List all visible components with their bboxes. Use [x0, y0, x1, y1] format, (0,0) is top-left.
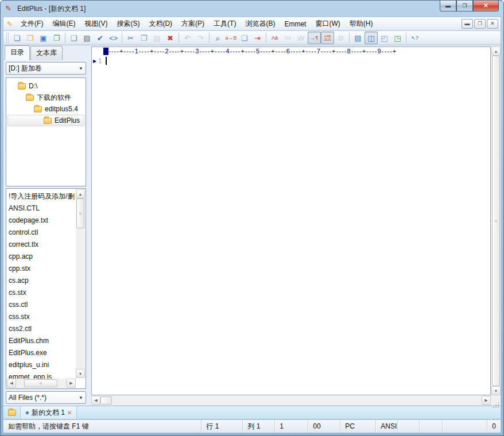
editor-hscrollbar[interactable]: ◀ ▶ — [91, 396, 491, 405]
doctab-folder-button[interactable] — [3, 406, 21, 419]
menu-file[interactable]: 文件(F) — [16, 17, 48, 30]
title-bar: ✎ EditPlus - [新的文档 1] ▬ ❐ ✕ — [1, 1, 503, 17]
vscroll-thumb[interactable]: ≡ — [492, 56, 500, 386]
scroll-right-icon[interactable]: ▶ — [67, 379, 76, 388]
file-item[interactable]: editplus_u.ini — [9, 359, 86, 371]
mdi-minimize-button[interactable]: ▬ — [462, 19, 473, 29]
menu-project[interactable]: 方案(P) — [177, 17, 209, 30]
save-icon[interactable]: ▣ — [37, 32, 50, 44]
folder-icon — [26, 95, 34, 101]
save-all-icon[interactable]: ❐ — [50, 32, 63, 44]
file-item[interactable]: correct.tlx — [9, 239, 86, 251]
file-item[interactable]: !导入注册码及添加/删 — [9, 190, 86, 203]
line-numbers-icon[interactable]: 1AB 2CD — [321, 32, 334, 44]
text-editor[interactable]: ----+----1----+----2----+----3----+----4… — [91, 46, 491, 395]
menu-document[interactable]: 文档(D) — [144, 17, 177, 30]
editplus-window: ✎ EditPlus - [新的文档 1] ▬ ❐ ✕ ✎ 文件(F)编辑(E)… — [0, 0, 504, 436]
menu-emmet[interactable]: Emmet — [280, 18, 311, 30]
file-item[interactable]: codepage.txt — [9, 215, 86, 227]
scroll-right-icon[interactable]: ▶ — [482, 396, 491, 405]
document-list-icon[interactable]: ▤ — [351, 32, 365, 44]
scroll-down-icon[interactable]: ▼ — [491, 386, 501, 395]
file-list-hscrollbar[interactable]: ◀ ≡ ▶ — [7, 379, 76, 388]
doctab-new-document-1[interactable]: ◈ 新的文档 1 ✕ — [21, 406, 77, 419]
column-ruler: ----+----1----+----2----+----3----+----4… — [92, 47, 490, 56]
word-wrap-icon[interactable]: →¶ — [308, 32, 321, 44]
new-document-icon[interactable]: ❏ — [10, 32, 24, 44]
scroll-left-icon[interactable]: ◀ — [7, 379, 16, 388]
menu-edit[interactable]: 编辑(E) — [48, 17, 80, 30]
close-button[interactable]: ✕ — [473, 1, 499, 11]
toolbar-button — [63, 32, 67, 44]
tab-close-icon[interactable]: ✕ — [67, 410, 72, 416]
spell-check-icon[interactable]: ✔ — [94, 32, 107, 44]
find-icon[interactable]: ⌕ — [211, 32, 224, 44]
macro-icon[interactable]: W — [294, 32, 308, 44]
menu-help[interactable]: 帮助(H) — [345, 17, 378, 30]
menu-tools[interactable]: 工具(T) — [209, 17, 241, 30]
file-item[interactable]: EditPlus.exe — [9, 347, 86, 359]
print-icon[interactable]: ▤ — [80, 32, 94, 44]
cliptext-window-icon[interactable]: ◰ — [378, 32, 391, 44]
html-tags-icon[interactable]: <> — [107, 32, 120, 44]
file-filter-selector[interactable]: All Files (*.*) ▼ — [6, 391, 86, 404]
cut-icon[interactable]: ✂ — [124, 32, 137, 44]
preferences-icon[interactable]: ⚙ — [334, 32, 347, 44]
menu-window[interactable]: 窗口(W) — [311, 17, 344, 30]
minimize-button[interactable]: ▬ — [440, 1, 456, 11]
file-item[interactable]: css.ctl — [9, 299, 86, 311]
mdi-close-button[interactable]: ✕ — [487, 19, 498, 29]
copy-icon[interactable]: ❐ — [137, 32, 150, 44]
hscroll-thumb[interactable]: ≡ — [24, 379, 57, 387]
file-item[interactable]: cpp.acp — [9, 251, 86, 263]
browser-view-icon[interactable]: ◳ — [391, 32, 404, 44]
file-item[interactable]: control.ctl — [9, 227, 86, 239]
paste-icon[interactable]: ▤ — [150, 32, 164, 44]
delete-icon[interactable]: ✖ — [164, 32, 177, 44]
scroll-left-icon[interactable]: ◀ — [91, 396, 100, 405]
file-list-vscrollbar[interactable]: ▲ ≡ ▼ — [76, 189, 85, 378]
tree-row[interactable]: EditPlus — [7, 115, 84, 126]
hex-view-icon[interactable]: Hx — [281, 32, 294, 44]
replace-icon[interactable]: a→B — [224, 32, 238, 44]
hscroll-thumb[interactable] — [100, 396, 112, 404]
scroll-down-icon[interactable]: ▼ — [76, 369, 85, 378]
case-toggle-icon[interactable]: Aā — [268, 32, 281, 44]
mdi-restore-button[interactable]: ❐ — [474, 19, 486, 29]
open-folder-icon[interactable]: ❒ — [24, 32, 37, 44]
context-help-icon[interactable]: ↖? — [408, 32, 421, 44]
status-help-text: 如需帮助，请按键盘 F1 键 — [3, 420, 201, 433]
menu-search[interactable]: 搜索(S) — [112, 17, 144, 30]
goto-line-icon[interactable]: ⇥ — [251, 32, 264, 44]
menu-browser[interactable]: 浏览器(B) — [241, 17, 280, 30]
menu-view[interactable]: 视图(V) — [80, 17, 112, 30]
find-in-files-icon[interactable]: ❏ — [238, 32, 251, 44]
scroll-up-icon[interactable]: ▲ — [76, 189, 85, 198]
directory-window-icon[interactable]: ◫ — [365, 32, 378, 44]
editor-vscrollbar[interactable]: ▲ ≡ ▼ — [491, 46, 501, 395]
maximize-button[interactable]: ❐ — [456, 1, 473, 11]
tab-cliptext[interactable]: 文本库 — [30, 46, 63, 60]
text-caret — [106, 57, 107, 65]
toolbar-button — [207, 32, 211, 44]
tree-row[interactable]: D:\ — [6, 80, 86, 92]
tab-directory[interactable]: 目录 — [5, 45, 30, 60]
tree-row[interactable]: 下载的软件 — [6, 92, 86, 103]
file-item[interactable]: ANSI.CTL — [9, 203, 86, 215]
file-item[interactable]: cs.acp — [9, 275, 86, 287]
scroll-up-icon[interactable]: ▲ — [491, 46, 501, 56]
file-item[interactable]: cpp.stx — [9, 263, 86, 275]
tree-row[interactable]: editplus5.4 — [6, 103, 86, 115]
file-item[interactable]: css.stx — [9, 311, 86, 323]
toolbar: ❏❒▣❐❑▤✔<>✂❐▤✖↶↷⌕a→B❏⇥AāHxW→¶1AB 2CD⚙▤◫◰◳… — [3, 30, 501, 45]
file-item[interactable]: EditPlus.chm — [9, 335, 86, 347]
file-item[interactable]: css2.ctl — [9, 323, 86, 335]
redo-icon[interactable]: ↷ — [194, 32, 207, 44]
app-icon: ✎ — [5, 4, 14, 13]
toolbar-button — [264, 32, 268, 44]
file-item[interactable]: cs.stx — [9, 287, 86, 299]
vscroll-thumb[interactable]: ≡ — [76, 198, 84, 228]
undo-icon[interactable]: ↶ — [181, 32, 194, 44]
print-preview-icon[interactable]: ❑ — [67, 32, 80, 44]
drive-selector[interactable]: [D:] 新加卷 ▼ — [6, 62, 86, 75]
